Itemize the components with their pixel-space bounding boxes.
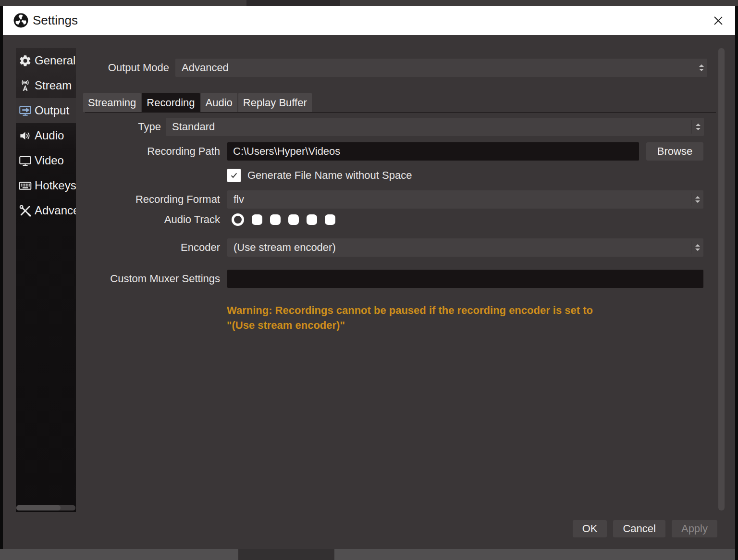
- recording-path-input[interactable]: [227, 142, 639, 161]
- type-value: Standard: [166, 121, 691, 133]
- spinner-arrows-icon: [695, 61, 707, 75]
- sidebar-item-stream[interactable]: Stream: [16, 73, 76, 98]
- custom-muxer-input[interactable]: [227, 270, 703, 288]
- type-label: Type: [80, 118, 161, 136]
- obs-logo-icon: [13, 12, 29, 28]
- tab-audio[interactable]: Audio: [201, 93, 237, 112]
- audio-track-label: Audio Track: [76, 213, 220, 226]
- sidebar-item-label: Advanced: [35, 204, 76, 217]
- tab-streaming[interactable]: Streaming: [83, 93, 141, 112]
- dialog-title: Settings: [33, 6, 78, 35]
- sidebar-item-label: Video: [35, 154, 64, 167]
- background-window-bottom-rect: [238, 549, 334, 560]
- generate-filename-checkbox-row[interactable]: Generate File Name without Space: [227, 169, 412, 182]
- warning-line-2: "(Use stream encoder)": [227, 318, 702, 333]
- encoder-warning-text: Warning: Recordings cannot be paused if …: [227, 303, 702, 333]
- tab-recording[interactable]: Recording: [142, 93, 199, 112]
- recording-format-value: flv: [227, 193, 691, 206]
- dialog-footer: OK Cancel Apply: [573, 520, 717, 537]
- audio-track-6-checkbox[interactable]: [325, 214, 335, 225]
- recording-path-label: Recording Path: [76, 142, 220, 161]
- background-window-top-strip: [0, 0, 738, 6]
- sidebar-item-label: Hotkeys: [35, 179, 76, 192]
- titlebar: Settings: [3, 6, 735, 35]
- gear-icon: [19, 54, 32, 67]
- audio-track-selectors: [232, 213, 335, 226]
- generate-filename-label: Generate File Name without Space: [247, 169, 412, 182]
- recording-format-select[interactable]: flv: [227, 190, 703, 209]
- sidebar-item-label: Stream: [35, 79, 72, 92]
- audio-track-5-checkbox[interactable]: [307, 214, 317, 225]
- settings-dialog: Settings General: [3, 6, 735, 549]
- encoder-value: (Use stream encoder): [227, 241, 691, 254]
- sidebar-item-audio[interactable]: Audio: [16, 123, 76, 148]
- monitor-icon: [19, 154, 32, 167]
- sidebar-item-label: General: [35, 54, 75, 67]
- close-button[interactable]: [712, 14, 725, 27]
- background-window-top-rect: [246, 0, 340, 6]
- settings-sidebar: General Stream Output: [16, 48, 76, 512]
- encoder-select[interactable]: (Use stream encoder): [227, 238, 703, 257]
- sidebar-item-output[interactable]: Output: [16, 98, 76, 123]
- ok-button[interactable]: OK: [573, 520, 607, 537]
- custom-muxer-label: Custom Muxer Settings: [76, 270, 220, 288]
- spinner-arrows-icon: [691, 193, 703, 206]
- audio-track-4-checkbox[interactable]: [288, 214, 299, 225]
- audio-track-3-checkbox[interactable]: [270, 214, 281, 225]
- sidebar-item-hotkeys[interactable]: Hotkeys: [16, 173, 76, 198]
- tab-separator: [85, 112, 716, 113]
- tab-replay-buffer[interactable]: Replay Buffer: [238, 93, 312, 112]
- browse-button[interactable]: Browse: [646, 142, 703, 161]
- sidebar-item-general[interactable]: General: [16, 48, 76, 73]
- type-select[interactable]: Standard: [166, 118, 704, 136]
- speaker-icon: [19, 129, 32, 142]
- sidebar-item-video[interactable]: Video: [16, 148, 76, 173]
- sidebar-horizontal-scrollbar[interactable]: [16, 505, 75, 510]
- recording-format-label: Recording Format: [76, 190, 220, 209]
- sidebar-item-label: Audio: [35, 129, 64, 142]
- spinner-arrows-icon: [691, 120, 704, 134]
- scrollbar-thumb[interactable]: [16, 505, 61, 510]
- apply-button[interactable]: Apply: [672, 520, 717, 537]
- output-tabbar: Streaming Recording Audio Replay Buffer: [83, 93, 312, 112]
- keyboard-icon: [19, 179, 32, 192]
- broadcast-icon: [19, 79, 32, 92]
- sidebar-item-label: Output: [35, 104, 69, 117]
- sidebar-item-advanced[interactable]: Advanced: [16, 198, 76, 223]
- audio-track-1-radio[interactable]: [232, 213, 244, 226]
- audio-track-2-checkbox[interactable]: [252, 214, 262, 225]
- output-mode-select[interactable]: Advanced: [175, 59, 707, 77]
- output-mode-label: Output Mode: [76, 59, 169, 77]
- tools-icon: [19, 204, 32, 217]
- monitor-arrow-icon: [19, 104, 32, 117]
- main-vertical-scrollbar[interactable]: [718, 48, 725, 510]
- warning-line-1: Warning: Recordings cannot be paused if …: [227, 303, 702, 318]
- spinner-arrows-icon: [691, 241, 703, 254]
- cancel-button[interactable]: Cancel: [613, 520, 665, 537]
- background-window-bottom-strip: [0, 549, 735, 560]
- encoder-label: Encoder: [76, 238, 220, 257]
- output-mode-value: Advanced: [175, 62, 695, 74]
- close-icon: [713, 15, 724, 26]
- checkbox-checked-icon[interactable]: [227, 169, 241, 182]
